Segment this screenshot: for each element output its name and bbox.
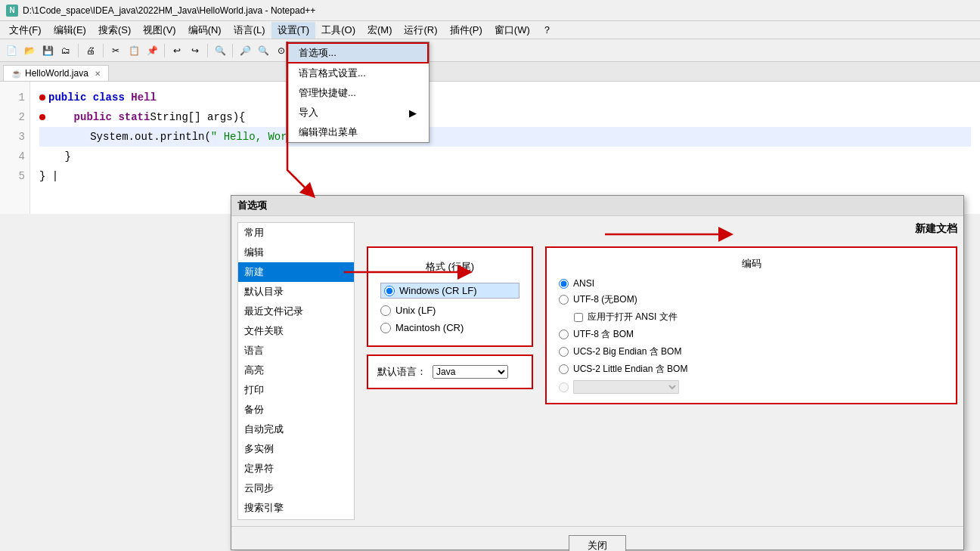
format-unix-radio[interactable]	[380, 305, 391, 316]
format-unix[interactable]: Unix (LF)	[380, 305, 519, 316]
format-mac-radio[interactable]	[380, 323, 391, 333]
enc-apply-ansi-label: 应用于打开 ANSI 文件	[588, 311, 678, 323]
code-line-2: public statiString[] args){	[39, 107, 971, 127]
enc-ansi[interactable]: ANSI	[559, 278, 944, 289]
sep2	[103, 44, 104, 57]
sidebar-item-delimiter[interactable]: 定界符	[238, 459, 354, 478]
menu-language[interactable]: 语言(L)	[228, 22, 271, 39]
undo-btn[interactable]: ↩	[169, 42, 185, 59]
enc-utf8-bom-radio[interactable]	[559, 330, 569, 339]
redo-btn[interactable]: ↪	[187, 42, 203, 59]
tab-helloworld[interactable]: ☕ HelloWorld.java ✕	[3, 65, 109, 81]
menu-edit-popup[interactable]: 编辑弹出菜单	[287, 122, 429, 142]
menu-view[interactable]: 视图(V)	[137, 22, 181, 39]
menu-settings[interactable]: 设置(T)	[271, 22, 316, 39]
sidebar-item-file-assoc[interactable]: 文件关联	[238, 321, 354, 341]
sidebar-item-common[interactable]: 常用	[238, 223, 354, 243]
menu-search[interactable]: 搜索(S)	[92, 22, 137, 39]
window-title: D:\1Code_space\IDEA_java\2022HM_Java\Hel…	[23, 5, 315, 16]
sidebar-item-backup[interactable]: 备份	[238, 400, 354, 419]
encoding-section: 编码 ANSI UTF-8 (无BOM) 应用于打开 ANSI 文件	[545, 246, 957, 404]
sidebar-item-multiinstance[interactable]: 多实例	[238, 439, 354, 459]
close-button[interactable]: 关闭	[569, 535, 626, 552]
breakpoint-2	[39, 114, 45, 120]
zoom-in-btn[interactable]: 🔎	[237, 42, 253, 59]
sidebar-item-default-dir[interactable]: 默认目录	[238, 282, 354, 302]
sidebar-item-print[interactable]: 打印	[238, 380, 354, 400]
app-icon: N	[6, 5, 18, 17]
default-lang-label: 默认语言：	[377, 365, 426, 379]
enc-utf8-nobom-label: UTF-8 (无BOM)	[573, 293, 637, 306]
sidebar-item-autocomplete[interactable]: 自动完成	[238, 419, 354, 439]
enc-apply-ansi-check[interactable]	[574, 313, 583, 322]
sep3	[164, 44, 165, 57]
open-file-btn[interactable]: 📂	[21, 42, 38, 59]
sidebar-item-highlight[interactable]: 高亮	[238, 361, 354, 380]
menu-run[interactable]: 运行(R)	[398, 22, 443, 39]
format-windows-radio[interactable]	[384, 286, 395, 296]
menu-encoding[interactable]: 编码(N)	[182, 22, 228, 39]
copy-btn[interactable]: 📋	[126, 42, 142, 59]
default-lang-row: 默认语言： Java None C C++ Python	[377, 365, 523, 379]
paste-btn[interactable]: 📌	[144, 42, 160, 59]
enc-ucs2-le-radio[interactable]	[559, 364, 569, 374]
format-unix-label: Unix (LF)	[395, 305, 436, 316]
sidebar-item-search-engine[interactable]: 搜索引擎	[238, 498, 354, 518]
sep4	[207, 44, 208, 57]
menu-preferences[interactable]: 首选项...	[287, 42, 429, 63]
enc-ucs2-be-radio[interactable]	[559, 347, 569, 357]
save-btn[interactable]: 💾	[39, 42, 56, 59]
format-windows-label: Windows (CR LF)	[399, 285, 477, 296]
menu-shortcuts[interactable]: 管理快捷键...	[287, 83, 429, 103]
menu-help[interactable]: ？	[536, 22, 558, 39]
sidebar-item-other[interactable]: 其他	[238, 518, 354, 520]
save-all-btn[interactable]: 🗂	[57, 42, 74, 59]
tab-icon: ☕	[11, 69, 22, 79]
new-doc-section-title: 新建文档	[367, 222, 957, 236]
menu-import[interactable]: 导入 ▶	[287, 103, 429, 122]
menu-plugins[interactable]: 插件(P)	[444, 22, 488, 39]
enc-ucs2-le[interactable]: UCS-2 Little Endian 含 BOM	[559, 363, 944, 376]
title-bar: N D:\1Code_space\IDEA_java\2022HM_Java\H…	[0, 0, 980, 21]
code-line-1: public class Hell	[39, 88, 971, 107]
line-numbers: 1 2 3 4 5	[0, 82, 30, 214]
sidebar-item-cloud[interactable]: 云同步	[238, 478, 354, 498]
sep1	[78, 44, 79, 57]
zoom-out-btn[interactable]: 🔍	[255, 42, 271, 59]
tab-close-btn[interactable]: ✕	[95, 70, 101, 78]
menu-bar: 文件(F) 编辑(E) 搜索(S) 视图(V) 编码(N) 语言(L) 设置(T…	[0, 21, 980, 39]
menu-edit[interactable]: 编辑(E)	[48, 22, 92, 39]
enc-apply-ansi[interactable]: 应用于打开 ANSI 文件	[574, 311, 944, 323]
enc-disabled-select	[573, 380, 679, 394]
enc-disabled-radio	[559, 382, 569, 392]
format-windows[interactable]: Windows (CR LF)	[380, 283, 519, 299]
menu-tools[interactable]: 工具(O)	[315, 22, 361, 39]
format-mac[interactable]: Macintosh (CR)	[380, 322, 519, 333]
sidebar-item-recent[interactable]: 最近文件记录	[238, 302, 354, 321]
enc-utf8-bom-label: UTF-8 含 BOM	[573, 328, 634, 341]
menu-file[interactable]: 文件(F)	[3, 22, 48, 39]
toolbar: 📄 📂 💾 🗂 🖨 ✂ 📋 📌 ↩ ↪ 🔍 🔎 🔍 ⊙ ⏺ ⏹ ▶ ⏭ 💿	[0, 39, 980, 62]
enc-utf8-nobom[interactable]: UTF-8 (无BOM)	[559, 293, 944, 306]
enc-utf8-bom[interactable]: UTF-8 含 BOM	[559, 328, 944, 341]
sidebar-item-edit[interactable]: 编辑	[238, 243, 354, 262]
code-line-3: System.out.println(" Hello, World ! ");	[39, 127, 971, 147]
code-line-5: } |	[39, 166, 971, 186]
enc-utf8-nobom-radio[interactable]	[559, 295, 569, 305]
menu-window[interactable]: 窗口(W)	[488, 22, 536, 39]
enc-ucs2-be[interactable]: UCS-2 Big Endian 含 BOM	[559, 345, 944, 358]
preferences-dialog: 首选项 常用 编辑 新建 默认目录 最近文件记录 文件关联 语言 高亮 打印 备…	[231, 195, 964, 550]
find-btn[interactable]: 🔍	[212, 42, 228, 59]
menu-macro[interactable]: 宏(M)	[361, 22, 399, 39]
enc-ucs2-le-label: UCS-2 Little Endian 含 BOM	[573, 363, 687, 376]
sidebar-item-language[interactable]: 语言	[238, 341, 354, 361]
new-file-btn[interactable]: 📄	[3, 42, 20, 59]
default-lang-select[interactable]: Java None C C++ Python	[433, 365, 508, 379]
enc-ansi-radio[interactable]	[559, 279, 569, 289]
editor-content: 1 2 3 4 5 public class Hell public stati…	[0, 82, 980, 214]
print-btn[interactable]: 🖨	[82, 42, 99, 59]
code-area[interactable]: public class Hell public statiString[] a…	[30, 82, 980, 214]
menu-lang-format[interactable]: 语言格式设置...	[287, 63, 429, 83]
sidebar-item-new[interactable]: 新建	[238, 262, 354, 282]
cut-btn[interactable]: ✂	[107, 42, 124, 59]
